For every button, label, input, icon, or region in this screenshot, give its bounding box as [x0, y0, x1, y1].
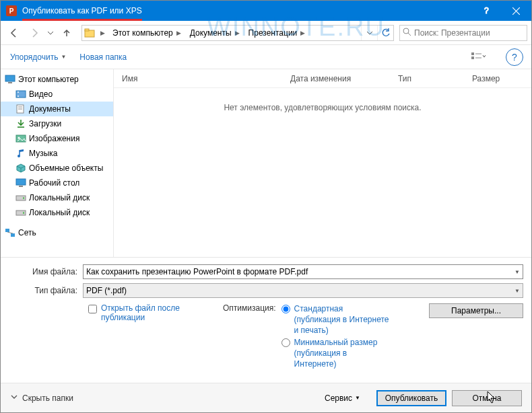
svg-point-5 [403, 28, 409, 34]
file-list[interactable]: Имя Дата изменения Тип Размер Нет элемен… [114, 69, 531, 257]
save-form: Имя файла: Как сохранить презентацию Pow… [1, 258, 531, 373]
breadcrumb-item[interactable]: Этот компьютер▶ [108, 26, 186, 40]
tree-item[interactable]: Рабочий стол [1, 176, 113, 190]
tree-item[interactable]: Загрузки [1, 116, 113, 131]
svg-point-22 [18, 155, 20, 157]
desktop-icon [15, 178, 26, 188]
download-icon [15, 118, 26, 129]
tree-item[interactable]: Объемные объекты [1, 161, 113, 176]
svg-rect-29 [5, 229, 9, 232]
refresh-button[interactable] [377, 26, 393, 40]
options-button[interactable]: Параметры... [429, 303, 523, 318]
tree-item-label: Локальный диск [29, 208, 90, 217]
network-icon [5, 227, 15, 238]
hide-folders-button[interactable]: Скрыть папки [10, 393, 73, 403]
svg-rect-30 [11, 233, 15, 237]
svg-point-21 [18, 137, 20, 139]
tools-menu[interactable]: Сервис▼ [321, 391, 364, 405]
chevron-down-icon[interactable]: ▼ [514, 269, 520, 275]
toolbar: Упорядочить▼ Новая папка ? [1, 45, 531, 69]
tree-network[interactable]: Сеть [1, 225, 113, 240]
tree-item-label: Видео [29, 89, 53, 99]
breadcrumb-item[interactable]: Презентации▶ [244, 26, 310, 40]
column-date[interactable]: Дата изменения [282, 74, 390, 83]
up-button[interactable] [57, 24, 76, 42]
chevron-down-icon[interactable]: ▼ [514, 288, 520, 294]
title-bar: P Опубликовать как PDF или XPS ? [1, 1, 531, 21]
filetype-label: Тип файла: [9, 286, 83, 295]
folder-tree[interactable]: Этот компьютер ВидеоДокументыЗагрузкиИзо… [1, 69, 114, 257]
tree-item-label: Локальный диск [29, 193, 90, 202]
chevron-up-icon [10, 393, 18, 403]
back-button[interactable] [5, 24, 24, 42]
tree-item[interactable]: Локальный диск [1, 205, 113, 220]
svg-point-15 [18, 96, 19, 97]
filename-label: Имя файла: [9, 267, 83, 276]
breadcrumb-item[interactable]: Документы▶ [186, 26, 244, 40]
cancel-button[interactable]: Отмена [452, 390, 522, 406]
image-icon [15, 133, 26, 144]
navigation-bar: ▶ Этот компьютер▶ Документы▶ Презентации… [1, 21, 531, 45]
help-button[interactable]: ? [506, 48, 523, 66]
svg-rect-28 [23, 212, 24, 214]
svg-rect-23 [16, 179, 26, 185]
open-after-checkbox[interactable] [88, 305, 97, 313]
music-icon [15, 148, 26, 159]
organize-menu[interactable]: Упорядочить▼ [9, 50, 67, 65]
tree-item[interactable]: Видео [1, 87, 113, 102]
tree-item-label: Объемные объекты [29, 163, 103, 173]
doc-icon [15, 104, 26, 114]
folder-icon [82, 26, 97, 40]
tree-item-label: Изображения [29, 134, 79, 143]
tree-item-label: Рабочий стол [29, 178, 79, 188]
column-type[interactable]: Тип [390, 74, 464, 83]
svg-rect-4 [85, 29, 89, 31]
column-name[interactable]: Имя [114, 74, 282, 83]
optimization-label: Оптимизация: [223, 303, 276, 313]
svg-point-14 [18, 91, 19, 93]
chevron-right-icon[interactable]: ▶ [97, 30, 108, 36]
tree-item-label: Документы [29, 104, 71, 114]
empty-message: Нет элементов, удовлетворяющих условиям … [114, 88, 531, 257]
svg-rect-26 [23, 197, 24, 199]
tree-item[interactable]: Изображения [1, 131, 113, 146]
svg-rect-11 [5, 75, 15, 81]
svg-rect-7 [471, 52, 474, 55]
window-title: Опубликовать как PDF или XPS [22, 6, 471, 15]
filetype-combo[interactable]: PDF (*.pdf) ▼ [83, 283, 523, 298]
video-icon [15, 89, 26, 100]
opt-standard-radio[interactable]: Стандартная (публикация в Интернете и пе… [281, 303, 389, 336]
tree-item[interactable]: Документы [1, 102, 113, 116]
tree-item-label: Музыка [29, 149, 57, 158]
publish-button[interactable]: Опубликовать [376, 390, 446, 406]
address-dropdown[interactable] [361, 26, 377, 40]
open-after-label: Открыть файл после публикации [101, 303, 223, 322]
svg-line-6 [408, 33, 411, 36]
forward-button[interactable] [25, 24, 44, 42]
svg-rect-12 [8, 82, 12, 83]
help-titlebar-button[interactable]: ? [471, 1, 501, 21]
dialog-footer: Скрыть папки Сервис▼ Опубликовать Отмена [1, 383, 531, 412]
tree-item[interactable]: Локальный диск [1, 190, 113, 205]
svg-rect-13 [16, 91, 26, 98]
view-options-button[interactable] [467, 49, 490, 65]
tree-item[interactable]: Музыка [1, 146, 113, 161]
app-icon: P [6, 5, 17, 16]
tree-item-label: Загрузки [29, 119, 61, 128]
column-headers: Имя Дата изменения Тип Размер [114, 69, 531, 88]
opt-minimal-radio[interactable]: Минимальный размер (публикация в Интерне… [281, 337, 389, 369]
filename-input[interactable]: Как сохранить презентацию PowerPoint в ф… [83, 264, 523, 279]
svg-rect-24 [19, 186, 23, 187]
address-bar[interactable]: ▶ Этот компьютер▶ Документы▶ Презентации… [81, 25, 394, 41]
column-size[interactable]: Размер [464, 74, 518, 83]
recent-button[interactable] [45, 24, 56, 42]
search-icon [403, 28, 411, 38]
close-button[interactable] [501, 1, 531, 21]
disk-icon [15, 207, 26, 218]
computer-icon [5, 74, 15, 85]
new-folder-button[interactable]: Новая папка [78, 50, 128, 65]
search-input[interactable]: Поиск: Презентации [399, 25, 527, 41]
svg-line-31 [7, 232, 13, 233]
3d-icon [15, 163, 26, 174]
tree-this-pc[interactable]: Этот компьютер [1, 72, 113, 87]
